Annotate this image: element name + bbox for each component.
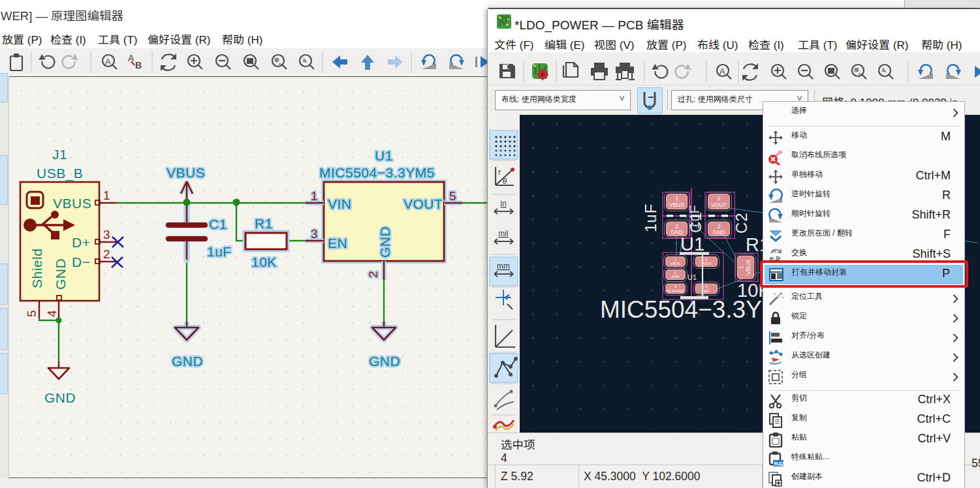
svg-text:mm: mm: [497, 262, 510, 271]
svg-text:in: in: [500, 199, 506, 208]
svg-text:4: 4: [705, 284, 707, 288]
svg-text:EN: EN: [328, 236, 347, 251]
svg-text:10K: 10K: [251, 254, 277, 269]
svg-text:MIC5504−3.3YM5: MIC5504−3.3YM5: [319, 165, 435, 180]
svg-text:NC EN GND: NC EN GND: [667, 290, 684, 293]
svg-text:1: 1: [311, 189, 318, 203]
svg-text:EN: EN: [704, 289, 709, 293]
svg-text:1: 1: [738, 266, 744, 269]
svg-text:Shield: Shield: [29, 249, 44, 288]
svg-text:r: r: [498, 168, 501, 177]
svg-text:VBUS: VBUS: [53, 196, 91, 211]
svg-text:GND: GND: [369, 354, 400, 369]
svg-text:1: 1: [718, 195, 721, 202]
svg-text:2: 2: [366, 271, 380, 278]
svg-text:C1: C1: [209, 217, 227, 232]
svg-text:GND: GND: [44, 390, 76, 405]
svg-text:1: 1: [675, 195, 678, 202]
svg-text:U1: U1: [375, 148, 393, 163]
svg-text:3: 3: [311, 227, 318, 241]
svg-text:1uF: 1uF: [642, 204, 659, 232]
svg-text:5: 5: [25, 310, 39, 317]
svg-text:5: 5: [449, 189, 456, 203]
svg-text:mil: mil: [498, 229, 508, 238]
svg-text:C2: C2: [733, 212, 750, 234]
svg-text:U1: U1: [688, 273, 697, 281]
svg-text:VBUS: VBUS: [745, 260, 751, 275]
svg-text:1uF: 1uF: [686, 205, 703, 230]
svg-text:θ: θ: [503, 177, 507, 186]
svg-text:A: A: [719, 67, 725, 76]
svg-text:D−: D−: [72, 254, 90, 269]
svg-text:1: 1: [103, 189, 110, 202]
svg-text:B: B: [135, 60, 142, 70]
svg-text:J1: J1: [52, 147, 67, 162]
svg-text:2: 2: [103, 247, 110, 261]
svg-text:1uF: 1uF: [207, 244, 232, 259]
svg-text:GND: GND: [172, 354, 203, 369]
svg-text:U1: U1: [680, 234, 704, 254]
svg-text:VIN: VIN: [328, 196, 352, 211]
svg-text:GND: GND: [53, 258, 68, 290]
svg-text:3: 3: [103, 228, 110, 241]
svg-text:GND: GND: [671, 275, 679, 279]
svg-text:4: 4: [45, 310, 59, 317]
svg-text:GND: GND: [713, 229, 725, 236]
svg-text:VBUS: VBUS: [671, 262, 680, 266]
svg-text:VBUS: VBUS: [669, 202, 684, 208]
svg-text:A: A: [105, 57, 111, 67]
svg-text:3: 3: [674, 284, 676, 288]
svg-text:VOUT: VOUT: [711, 202, 727, 208]
svg-text:VOUT: VOUT: [403, 196, 443, 211]
svg-text:R1: R1: [255, 216, 273, 231]
svg-text:VBUS: VBUS: [166, 165, 205, 180]
svg-text:D+: D+: [72, 235, 90, 250]
svg-text:USB_B: USB_B: [37, 166, 83, 181]
svg-text:GND: GND: [377, 226, 392, 258]
